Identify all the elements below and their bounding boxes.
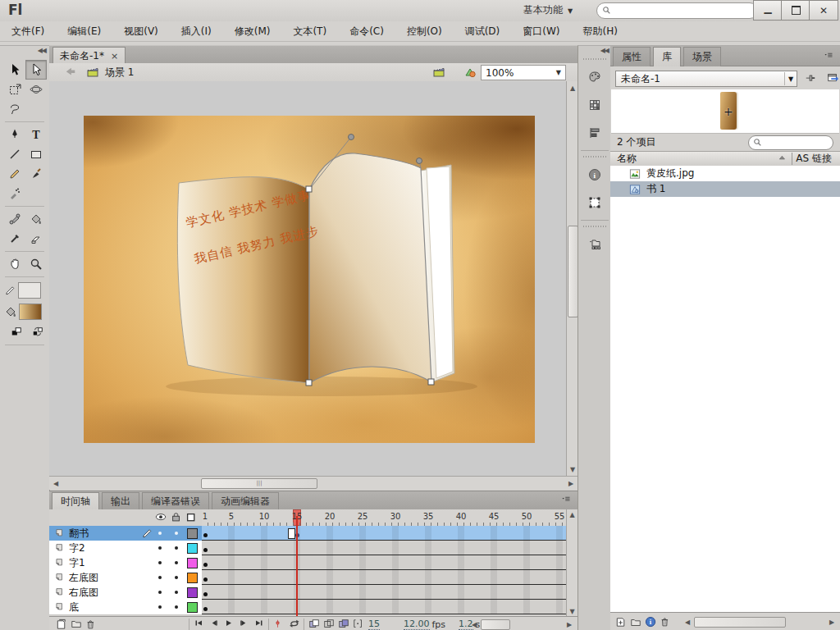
tab-close-icon[interactable]: ×	[111, 51, 118, 62]
layer-row-字2[interactable]: 字2	[49, 541, 202, 556]
menu-item-1[interactable]: 文件(F)	[0, 21, 56, 41]
loop-button[interactable]	[286, 618, 301, 630]
document-tab[interactable]: 未命名-1* ×	[52, 47, 126, 65]
menu-item-4[interactable]: 插入(I)	[170, 21, 223, 41]
workspace-switcher-button[interactable]: 基本功能▼	[517, 2, 579, 19]
menu-item-11[interactable]: 帮助(H)	[572, 21, 629, 41]
scroll-left-icon[interactable]: ◀	[469, 619, 479, 629]
panel-menu-icon[interactable]	[822, 52, 835, 62]
go-to-first-frame-button[interactable]	[192, 618, 207, 630]
brush-tool[interactable]	[25, 164, 47, 184]
layer-name[interactable]: 底	[69, 600, 139, 614]
scrollbar-thumb[interactable]	[694, 617, 786, 628]
layer-row-翻书[interactable]: 翻书	[49, 526, 202, 541]
scroll-right-icon[interactable]: ▶	[566, 478, 576, 488]
new-symbol-button[interactable]	[614, 616, 628, 629]
scrollbar-thumb[interactable]	[568, 226, 578, 317]
layer-visibility-dot[interactable]	[158, 532, 162, 535]
scroll-down-icon[interactable]: ▼	[567, 464, 578, 474]
swap-colors-button[interactable]	[27, 322, 48, 342]
edit-multiple-frames-button[interactable]	[336, 618, 351, 630]
onion-skin-button[interactable]	[307, 618, 322, 630]
library-item-row[interactable]: 黄皮纸.jpg	[610, 166, 840, 181]
selection-tool[interactable]	[4, 60, 25, 80]
restore-button[interactable]	[781, 0, 810, 21]
deco-tool[interactable]	[4, 184, 25, 203]
keyframe-dot[interactable]	[203, 563, 208, 567]
layer-visibility-dot[interactable]	[158, 561, 162, 564]
panel-menu-icon[interactable]	[559, 495, 573, 505]
layer-frames-底[interactable]	[202, 600, 566, 614]
layer-lock-dot[interactable]	[175, 605, 178, 609]
timeline-vertical-scrollbar[interactable]: ▲ ▼	[566, 509, 578, 616]
layer-frames-字2[interactable]	[202, 541, 566, 555]
layer-frames-右底图[interactable]	[202, 585, 566, 600]
layer-name[interactable]: 右底图	[69, 586, 139, 600]
close-button[interactable]: ✕	[809, 0, 838, 21]
line-tool[interactable]	[4, 144, 25, 164]
menu-item-5[interactable]: 修改(M)	[223, 21, 282, 41]
book-artwork[interactable]: 学文化 学技术 学做事 我自信 我努力 我进步	[84, 116, 535, 443]
stage-vertical-scrollbar[interactable]: ▲ ▼	[566, 81, 578, 476]
panel-tab-场景[interactable]: 场景	[683, 47, 721, 66]
scroll-right-icon[interactable]: ▶	[827, 617, 837, 627]
layer-frames-翻书[interactable]	[202, 526, 566, 541]
keyframe-dot[interactable]	[203, 548, 208, 552]
dock-collapse-icon[interactable]: ◀◀	[578, 46, 611, 54]
layer-lock-dot[interactable]	[175, 576, 178, 579]
menu-item-9[interactable]: 调试(D)	[454, 21, 512, 41]
scroll-left-icon[interactable]: ◀	[51, 478, 61, 488]
paint-bucket-tool[interactable]	[25, 209, 47, 229]
color-panel-icon[interactable]	[578, 63, 611, 91]
delete-layer-button[interactable]	[84, 618, 98, 630]
outline-all-layers-icon[interactable]	[186, 513, 197, 523]
delete-item-button[interactable]	[658, 616, 673, 629]
scroll-down-icon[interactable]: ▼	[567, 607, 578, 615]
playhead-line[interactable]	[296, 516, 298, 616]
new-folder-button[interactable]	[69, 618, 84, 630]
step-forward-button[interactable]	[236, 618, 251, 630]
layer-outline-color-swatch[interactable]	[187, 543, 198, 554]
search-input[interactable]	[613, 4, 752, 17]
scrollbar-thumb[interactable]: |||	[201, 478, 317, 489]
layer-frames-左底图[interactable]	[202, 570, 566, 585]
library-item-name[interactable]: 书 1	[646, 182, 665, 196]
sort-ascending-icon[interactable]	[777, 155, 788, 163]
scroll-right-icon[interactable]: ▶	[564, 619, 574, 629]
pen-tool[interactable]	[4, 125, 25, 144]
keyframe-dot[interactable]	[203, 533, 208, 537]
layer-name[interactable]: 左底图	[69, 571, 139, 585]
panel-tab-库[interactable]: 库	[653, 47, 681, 66]
stroke-color-control[interactable]	[4, 280, 49, 301]
layer-outline-color-swatch[interactable]	[187, 602, 198, 613]
library-item-name[interactable]: 黄皮纸.jpg	[646, 167, 694, 180]
layer-lock-dot[interactable]	[175, 532, 178, 535]
library-search-box[interactable]	[748, 135, 833, 150]
onion-skin-outlines-button[interactable]	[322, 618, 336, 630]
layer-outline-color-swatch[interactable]	[187, 587, 198, 598]
column-header-name[interactable]: 名称	[617, 152, 777, 166]
library-item-row[interactable]: 书 1	[610, 181, 840, 197]
stage-pasteboard[interactable]: 学文化 学技术 学做事 我自信 我努力 我进步 ▲	[49, 81, 578, 476]
info-panel-icon[interactable]: i	[578, 161, 611, 189]
pencil-tool[interactable]	[4, 164, 25, 184]
new-folder-button[interactable]	[628, 616, 643, 629]
menu-item-8[interactable]: 控制(O)	[395, 21, 454, 41]
tools-collapse-icon[interactable]: ◀◀	[0, 46, 49, 57]
layer-lock-dot[interactable]	[175, 591, 178, 594]
modify-markers-button[interactable]	[351, 618, 366, 630]
layer-visibility-dot[interactable]	[158, 591, 162, 594]
layer-visibility-dot[interactable]	[158, 605, 162, 609]
new-library-panel-icon[interactable]	[825, 73, 840, 84]
column-header-linkage[interactable]: AS 链接	[796, 152, 832, 166]
panel-gripper[interactable]	[583, 57, 606, 62]
scrollbar-thumb[interactable]	[481, 619, 510, 630]
eraser-tool[interactable]	[25, 229, 47, 249]
project-panel-icon[interactable]	[578, 231, 611, 258]
stage-background-image[interactable]: 学文化 学技术 学做事 我自信 我努力 我进步	[84, 116, 535, 443]
menu-item-10[interactable]: 窗口(W)	[511, 21, 571, 41]
3d-rotation-tool[interactable]	[25, 80, 47, 99]
app-search-box[interactable]	[596, 2, 758, 19]
menu-item-7[interactable]: 命令(C)	[338, 21, 395, 41]
stroke-color-swatch[interactable]	[18, 282, 41, 299]
